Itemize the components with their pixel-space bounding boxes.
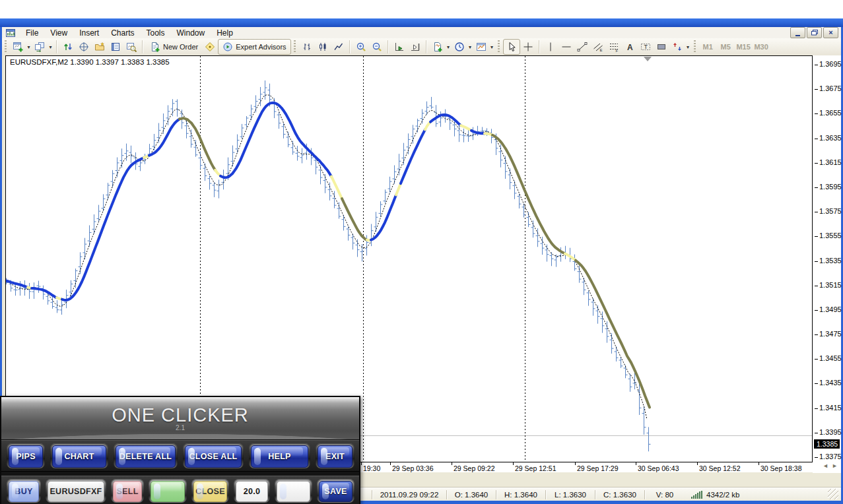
panel-button-chart-frame: CHART	[50, 443, 108, 468]
tool-templates[interactable]	[473, 40, 489, 54]
templates-icon	[476, 42, 487, 52]
status-high: H: 1.3640	[496, 490, 545, 499]
tool-bar-chart[interactable]	[299, 40, 315, 54]
tool-period-m15[interactable]: M15	[735, 40, 753, 53]
tool-data-window[interactable]	[76, 40, 92, 54]
time-axis-label: 29 Sep 12:51	[515, 464, 556, 472]
panel-button-white-blank[interactable]	[277, 481, 310, 502]
tool-text[interactable]: A	[622, 40, 638, 54]
status-close: C: 1.3630	[595, 490, 644, 499]
tool-indicators[interactable]	[430, 40, 446, 54]
time-axis-label: 29 Sep 09:22	[454, 464, 494, 472]
panel-button-close[interactable]: CLOSE	[193, 481, 227, 502]
menu-item-window[interactable]: Window	[171, 28, 211, 38]
tool-chart-shift[interactable]	[407, 40, 423, 54]
tool-period-m1[interactable]: M1	[699, 40, 717, 53]
tool-shapes[interactable]	[654, 40, 669, 54]
arrows-dropdown[interactable]: ▾	[685, 44, 691, 50]
tool-zoom-out[interactable]	[369, 40, 385, 54]
tool-new-order[interactable]: New Order	[146, 40, 202, 54]
panel-button-green-blank[interactable]	[151, 481, 185, 502]
menu-item-help[interactable]: Help	[211, 28, 239, 38]
scroll-left-arrow[interactable]: ◄	[823, 462, 828, 469]
fibonacci-icon: F	[609, 42, 619, 52]
menu-item-view[interactable]: View	[44, 28, 73, 38]
tool-crosshair[interactable]	[520, 40, 536, 54]
screen: { "window": { "menu": ["File", "View", "…	[0, 0, 843, 504]
tool-metaeditor[interactable]	[202, 40, 218, 54]
panel-button-save[interactable]: SAVE	[319, 481, 353, 502]
panel-button-pips[interactable]: PIPS	[9, 445, 43, 468]
status-fields: 2011.09.29 09:22O: 1.3640H: 1.3640L: 1.3…	[372, 490, 685, 499]
panel-button-close-all-frame: CLOSE ALL	[183, 443, 244, 468]
chart-shift-marker	[644, 57, 652, 61]
panel-header: ONE CLICKER 2.1	[1, 397, 359, 440]
time-axis-tick	[636, 462, 636, 465]
connection-bars-icon	[691, 491, 702, 499]
price-axis[interactable]: 1.36951.36751.36551.36351.36151.35951.35…	[813, 55, 841, 473]
panel-button-help[interactable]: HELP	[251, 445, 308, 468]
resize-grip[interactable]	[828, 489, 838, 499]
arrows-icon	[672, 42, 683, 52]
tool-fibonacci[interactable]: F	[606, 40, 622, 54]
panel-button-sell[interactable]: SELL	[113, 481, 142, 502]
panel-title: ONE CLICKER	[1, 404, 359, 426]
panel-button-exit[interactable]: EXIT	[318, 445, 353, 468]
tool-vertical-line[interactable]	[543, 40, 558, 54]
menu-item-tools[interactable]: Tools	[141, 28, 171, 38]
tool-trendline[interactable]	[574, 40, 590, 54]
tool-candlestick-chart[interactable]	[315, 40, 331, 54]
tool-strategy-tester[interactable]	[123, 40, 139, 54]
tool-line-chart[interactable]	[331, 40, 347, 54]
panel-button-lots-value[interactable]: 20.0	[236, 481, 268, 502]
close-button[interactable]: ×	[823, 27, 838, 38]
panel-button-symbol[interactable]: EURUSDFXF	[48, 481, 104, 502]
menu-item-file[interactable]: File	[20, 28, 44, 38]
templates-dropdown[interactable]: ▾	[489, 44, 495, 50]
tool-zoom-in[interactable]	[353, 40, 369, 54]
tool-new-chart[interactable]	[10, 40, 26, 54]
tool-horizontal-line[interactable]	[558, 40, 574, 54]
tool-navigator[interactable]	[92, 40, 108, 54]
toolbar-separator	[426, 40, 427, 53]
tool-period-m5[interactable]: M5	[717, 40, 735, 53]
tool-auto-scroll[interactable]	[391, 40, 407, 54]
price-axis-label: 1.3635	[819, 134, 842, 142]
price-axis-label: 1.3535	[819, 257, 842, 265]
tool-equidistant-channel[interactable]: E	[590, 40, 606, 54]
tool-expert-advisors[interactable]: Expert Advisors	[218, 39, 290, 55]
panel-button-buy-frame: BUY	[7, 479, 41, 503]
minimize-button[interactable]	[790, 27, 805, 38]
tool-terminal[interactable]	[108, 40, 123, 54]
tool-period-m30[interactable]: M30	[753, 40, 770, 53]
tool-cursor[interactable]	[503, 39, 520, 55]
scroll-right-arrow[interactable]: ►	[832, 462, 838, 469]
indicators-dropdown[interactable]: ▾	[446, 44, 452, 50]
panel-button-chart[interactable]: CHART	[52, 445, 106, 468]
menu-item-insert[interactable]: Insert	[73, 28, 105, 38]
traffic-size: 4342/2 kb	[706, 491, 740, 499]
panel-button-buy[interactable]: BUY	[9, 481, 39, 502]
new-chart-dropdown[interactable]: ▾	[26, 44, 32, 50]
text-icon: A	[624, 42, 635, 52]
tool-profiles[interactable]	[32, 40, 48, 54]
panel-button-save-frame: SAVE	[317, 479, 354, 503]
tool-periods[interactable]	[452, 40, 467, 54]
periods-dropdown[interactable]: ▾	[467, 44, 473, 50]
profiles-dropdown[interactable]: ▾	[48, 44, 53, 50]
menu-item-charts[interactable]: Charts	[105, 28, 140, 38]
tool-arrows[interactable]	[669, 40, 685, 54]
panel-button-delete-all[interactable]: DELETE ALL	[116, 445, 176, 468]
toolbar-separator	[349, 40, 351, 53]
tool-market-watch[interactable]	[60, 40, 76, 54]
time-axis-tick	[697, 462, 698, 465]
tool-text-label[interactable]: T	[638, 40, 654, 54]
toolbar-grip	[498, 40, 500, 53]
restore-button[interactable]	[807, 27, 822, 38]
new-order-icon	[150, 42, 160, 52]
panel-button-close-all[interactable]: CLOSE ALL	[185, 445, 242, 468]
price-axis-label: 1.3555	[819, 232, 842, 239]
svg-text:F: F	[615, 49, 618, 53]
panel-button-pips-frame: PIPS	[7, 443, 45, 468]
periods-icon	[454, 42, 465, 52]
